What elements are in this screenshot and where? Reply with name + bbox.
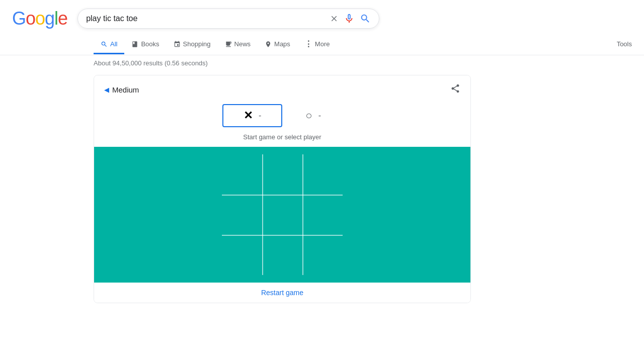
nav-books-label: Books [141, 40, 159, 48]
nav-more[interactable]: ⋮ More [297, 34, 337, 55]
game-card: ◀ Medium ✕ - ○ - Start game or select pl… [94, 75, 471, 303]
grid-line-h2 [222, 235, 343, 236]
nav-shopping-label: Shopping [183, 40, 211, 48]
nav-all-label: All [110, 40, 117, 48]
restart-bar: Restart game [94, 283, 470, 303]
clear-icon [330, 14, 339, 23]
nav-shopping[interactable]: Shopping [167, 35, 218, 54]
difficulty-label: Medium [112, 85, 139, 94]
player-x-button[interactable]: ✕ - [222, 104, 282, 127]
nav-more-label: More [315, 40, 330, 48]
nav-books[interactable]: Books [124, 35, 166, 54]
grid-line-v2 [302, 154, 303, 275]
navigation: All Books Shopping News Maps ⋮ More Tool… [0, 31, 644, 55]
player-o-symbol: ○ [305, 109, 312, 122]
game-card-header: ◀ Medium [94, 75, 470, 104]
more-dots-icon: ⋮ [304, 39, 312, 49]
nav-maps-label: Maps [274, 40, 290, 48]
difficulty-selector[interactable]: ◀ Medium [104, 85, 139, 94]
search-bar: play tic tac toe [77, 9, 379, 29]
results-summary: About 94,50,000 results (0.56 seconds) [0, 55, 644, 71]
search-input[interactable]: play tic tac toe [86, 14, 325, 23]
nav-news[interactable]: News [218, 35, 258, 54]
restart-button[interactable]: Restart game [261, 289, 303, 297]
grid-line-h1 [222, 195, 343, 196]
books-icon [131, 41, 138, 48]
clear-button[interactable] [330, 14, 339, 23]
player-x-score: - [259, 111, 261, 120]
start-game-text: Start game or select player [94, 133, 470, 147]
google-logo[interactable]: Google [12, 8, 67, 29]
shopping-icon [174, 41, 181, 48]
nav-news-label: News [234, 40, 251, 48]
player-o-button[interactable]: ○ - [284, 104, 342, 127]
voice-search-button[interactable] [344, 13, 355, 24]
search-button[interactable] [360, 13, 371, 24]
share-button[interactable] [450, 83, 460, 96]
all-icon [101, 41, 108, 48]
player-selector: ✕ - ○ - [94, 104, 470, 133]
mic-icon [344, 13, 355, 24]
nav-tools[interactable]: Tools [610, 35, 644, 54]
grid-line-v1 [262, 154, 263, 275]
nav-maps[interactable]: Maps [258, 35, 297, 54]
news-icon [225, 41, 232, 48]
player-x-symbol: ✕ [244, 109, 253, 122]
search-icon [360, 13, 371, 24]
game-board[interactable] [94, 147, 470, 283]
share-icon [450, 83, 460, 94]
difficulty-arrow-icon: ◀ [104, 86, 109, 94]
nav-tools-label: Tools [617, 40, 632, 48]
header: Google play tic tac toe [0, 0, 644, 29]
maps-icon [265, 41, 272, 48]
nav-all[interactable]: All [94, 35, 124, 54]
player-o-score: - [318, 111, 321, 120]
board-grid [222, 154, 343, 275]
